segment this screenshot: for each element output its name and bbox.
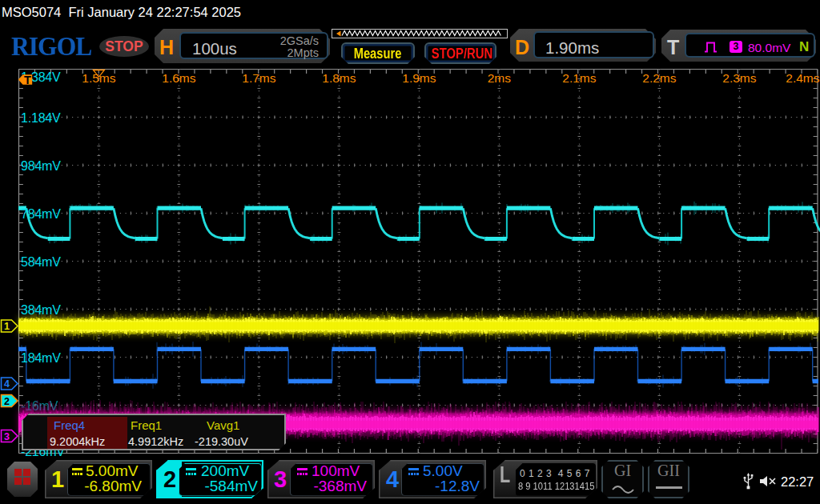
- svg-text:784mV: 784mV: [21, 207, 61, 221]
- svg-text:2.3ms: 2.3ms: [722, 71, 756, 85]
- svg-text:2ms: 2ms: [488, 71, 512, 85]
- svg-text:2.4ms: 2.4ms: [786, 71, 819, 85]
- svg-text:2: 2: [4, 396, 10, 407]
- svg-text:2.1ms: 2.1ms: [562, 71, 596, 85]
- svg-text:184mV: 184mV: [21, 351, 61, 365]
- svg-text:1.9ms: 1.9ms: [402, 71, 436, 85]
- svg-text:584mV: 584mV: [21, 255, 61, 269]
- svg-text:1.184V: 1.184V: [21, 111, 61, 125]
- svg-text:T: T: [24, 74, 31, 86]
- svg-text:384mV: 384mV: [21, 303, 61, 317]
- svg-text:3: 3: [4, 431, 10, 442]
- svg-text:1: 1: [4, 321, 10, 332]
- svg-text:1.5ms: 1.5ms: [82, 71, 115, 85]
- svg-text:1.6ms: 1.6ms: [162, 71, 195, 85]
- svg-text:1.8ms: 1.8ms: [322, 71, 356, 85]
- svg-text:984mV: 984mV: [21, 159, 61, 173]
- svg-text:1.7ms: 1.7ms: [242, 71, 275, 85]
- svg-text:4: 4: [4, 378, 10, 390]
- svg-text:2.2ms: 2.2ms: [642, 71, 676, 85]
